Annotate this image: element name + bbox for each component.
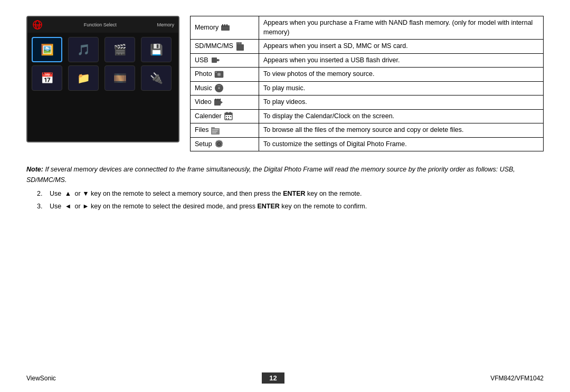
svg-rect-36 — [228, 118, 229, 119]
usb-icon — [211, 56, 220, 64]
step-3: 3. Use ◄ or ► key on the remote to selec… — [26, 201, 544, 212]
sd-icon — [235, 43, 245, 50]
label-calendar: Calender — [191, 109, 259, 123]
note-bold-label: Note: — [26, 166, 43, 173]
info-table: Memory Appears when you pu — [190, 16, 544, 151]
step2-number: 2. — [37, 188, 45, 199]
device-icon-film: 🎞️ — [104, 65, 135, 91]
label-sd: SD/MMC/MS — [191, 40, 259, 54]
svg-rect-39 — [212, 129, 218, 130]
table-row-files: Files T — [191, 123, 544, 138]
function-select-label: Function Select — [84, 22, 117, 27]
table-row-music: Music To play music. — [191, 81, 544, 95]
tri-up-icon: ▲ — [65, 190, 71, 197]
svg-rect-38 — [211, 127, 215, 129]
device-icon-calendar: 📅 — [32, 65, 62, 91]
device-icon-photo: 🖼️ — [32, 37, 62, 62]
svg-rect-26 — [217, 99, 218, 100]
svg-rect-41 — [212, 132, 216, 133]
table-row-setup: Setup To customize the settings of Digit… — [191, 137, 544, 151]
device-icon-usb: 🔌 — [141, 65, 172, 91]
photo-icon — [214, 71, 224, 78]
svg-point-18 — [218, 73, 220, 75]
tri-down-icon: ▼ — [82, 190, 89, 197]
svg-rect-8 — [236, 44, 244, 51]
desc-music: To play music. — [259, 81, 544, 95]
device-screenshot: VS Function Select Memory 🖼️ 🎵 🎬 💾 📅 📁 🎞… — [26, 16, 179, 142]
memory-icon — [221, 24, 230, 32]
calendar-icon — [224, 112, 233, 120]
svg-rect-10 — [238, 42, 239, 44]
svg-rect-35 — [226, 118, 227, 119]
device-icon-video: 🎬 — [104, 37, 135, 62]
table-row-usb: USB Appears when you inserted a USB flas… — [191, 53, 544, 68]
device-top-bar: VS Function Select Memory — [27, 17, 178, 33]
svg-rect-15 — [218, 60, 220, 61]
label-video: Video — [191, 95, 259, 110]
memory-label: Memory — [157, 22, 174, 27]
model-label: VFM842/VFM1042 — [490, 375, 544, 382]
music-icon — [214, 84, 224, 92]
viewsonic-logo-icon: VS — [32, 20, 43, 30]
table-row-video: Video T — [191, 95, 544, 110]
device-icon-folder: 📁 — [68, 65, 99, 91]
tri-left-icon: ◄ — [65, 203, 71, 210]
desc-sd: Appears when you insert a SD, MMC or MS … — [259, 40, 544, 54]
svg-point-43 — [218, 144, 220, 145]
svg-rect-31 — [230, 112, 231, 114]
label-files: Files — [191, 123, 259, 138]
desc-video: To play videos. — [259, 95, 544, 110]
page-number: 12 — [269, 374, 277, 382]
step-2: 2. Use ▲ or ▼ key on the remote to selec… — [26, 188, 544, 199]
table-row-memory: Memory Appears when you pu — [191, 16, 544, 40]
svg-text:VS: VS — [36, 25, 40, 28]
top-section: VS Function Select Memory 🖼️ 🎵 🎬 💾 📅 📁 🎞… — [26, 16, 544, 151]
or-text-2: or — [75, 203, 83, 210]
svg-rect-27 — [220, 99, 221, 100]
svg-rect-12 — [241, 42, 242, 44]
brand-label: ViewSonic — [26, 375, 56, 382]
svg-rect-32 — [226, 116, 227, 117]
table-row-calendar: Calender — [191, 109, 544, 123]
notes-section: Note: If several memory devices are conn… — [26, 164, 544, 214]
svg-rect-40 — [212, 131, 217, 132]
files-icon — [211, 127, 220, 134]
svg-rect-34 — [230, 116, 231, 117]
label-memory: Memory — [191, 16, 259, 40]
setup-icon — [214, 140, 224, 148]
desc-calendar: To display the Calendar/Clock on the scr… — [259, 109, 544, 123]
step3-number: 3. — [37, 201, 45, 212]
step2-text: Use ▲ or ▼ key on the remote to select a… — [50, 188, 362, 199]
svg-marker-24 — [221, 101, 223, 104]
svg-rect-7 — [226, 24, 227, 26]
svg-rect-5 — [222, 24, 223, 26]
svg-rect-30 — [226, 112, 227, 114]
desc-setup: To customize the settings of Digital Pho… — [259, 137, 544, 151]
label-setup: Setup — [191, 137, 259, 151]
or-text: or — [75, 190, 83, 197]
tri-right-icon: ► — [82, 203, 89, 210]
device-logo: VS — [32, 20, 43, 30]
desc-files: To browse all the files of the memory so… — [259, 123, 544, 138]
label-music: Music — [191, 81, 259, 95]
svg-rect-13 — [212, 58, 217, 63]
svg-rect-25 — [215, 99, 216, 100]
svg-rect-11 — [239, 42, 240, 44]
svg-point-22 — [218, 88, 220, 89]
table-row-sd: SD/MMC/MS — [191, 40, 544, 54]
note-paragraph: Note: If several memory devices are conn… — [26, 164, 544, 185]
desc-usb: Appears when you inserted a USB flash dr… — [259, 53, 544, 68]
label-photo: Photo — [191, 68, 259, 82]
device-icon-grid: 🖼️ 🎵 🎬 💾 📅 📁 🎞️ 🔌 — [27, 33, 178, 95]
svg-rect-6 — [224, 24, 225, 26]
desc-memory: Appears when you purchase a Frame with N… — [259, 16, 544, 40]
note-italic-text: If several memory devices are connectted… — [26, 166, 515, 184]
page-content: VS Function Select Memory 🖼️ 🎵 🎬 💾 📅 📁 🎞… — [0, 0, 570, 392]
device-icon-music: 🎵 — [68, 37, 99, 62]
table-row-photo: Photo To view photos of th — [191, 68, 544, 82]
label-usb: USB — [191, 53, 259, 68]
svg-rect-33 — [228, 116, 229, 117]
svg-rect-19 — [215, 72, 217, 73]
svg-rect-29 — [225, 113, 232, 115]
footer: ViewSonic 12 VFM842/VFM1042 — [26, 372, 544, 384]
